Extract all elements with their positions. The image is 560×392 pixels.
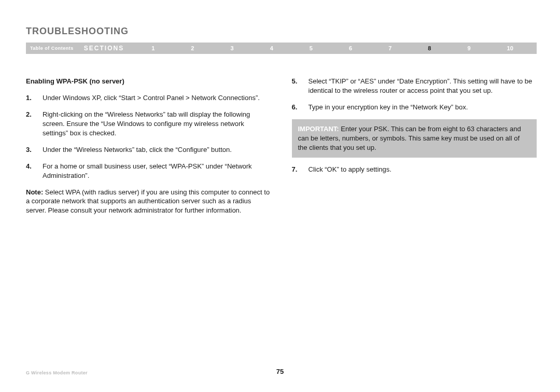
step-number: 4. [26,162,43,180]
nav-section-7[interactable]: 7 [388,45,391,51]
step-number: 2. [26,110,43,138]
note-block: Note: Select WPA (with radius server) if… [26,188,271,216]
content-area: Enabling WPA-PSK (no server) 1. Under Wi… [26,77,537,222]
step-4: 4. For a home or small business user, se… [26,162,271,180]
step-number: 1. [26,93,43,103]
nav-section-5[interactable]: 5 [310,45,313,51]
step-number: 5. [292,77,309,95]
important-callout: IMPORTANT: Enter your PSK. This can be f… [292,119,537,158]
nav-section-numbers: 1 2 3 4 5 6 7 8 9 10 [128,45,537,51]
page-title: TROUBLESHOOTING [26,26,129,37]
step-number: 3. [26,145,43,155]
step-1: 1. Under Windows XP, click “Start > Cont… [26,93,271,103]
nav-sections-label: SECTIONS [84,45,128,52]
nav-toc-link[interactable]: Table of Contents [26,46,84,51]
nav-section-8[interactable]: 8 [428,45,431,51]
step-text: Right-clicking on the “Wireless Networks… [43,110,271,138]
step-text: For a home or small business user, selec… [43,162,271,180]
left-column: Enabling WPA-PSK (no server) 1. Under Wi… [26,77,271,222]
step-text: Type in your encryption key in the “Netw… [309,103,537,112]
step-text: Click “OK” to apply settings. [309,165,537,174]
nav-section-3[interactable]: 3 [231,45,234,51]
step-text: Under Windows XP, click “Start > Control… [43,93,271,103]
note-text: Select WPA (with radius server) if you a… [26,188,270,215]
subheading: Enabling WPA-PSK (no server) [26,77,271,86]
section-nav: Table of Contents SECTIONS 1 2 3 4 5 6 7… [26,43,537,54]
note-label: Note: [26,188,43,196]
step-6: 6. Type in your encryption key in the “N… [292,103,537,112]
important-label: IMPORTANT: [298,125,339,133]
step-2: 2. Right-clicking on the “Wireless Netwo… [26,110,271,138]
step-text: Under the “Wireless Networks” tab, click… [43,145,271,155]
nav-section-10[interactable]: 10 [507,45,513,51]
step-number: 7. [292,165,309,174]
step-3: 3. Under the “Wireless Networks” tab, cl… [26,145,271,155]
step-number: 6. [292,103,309,112]
right-column: 5. Select “TKIP” or “AES” under “Date En… [292,77,537,222]
step-7: 7. Click “OK” to apply settings. [292,165,537,174]
nav-section-9[interactable]: 9 [467,45,470,51]
nav-section-1[interactable]: 1 [151,45,155,51]
nav-section-2[interactable]: 2 [191,45,194,51]
step-text: Select “TKIP” or “AES” under “Date Encry… [309,77,537,95]
nav-section-4[interactable]: 4 [270,45,273,51]
nav-section-6[interactable]: 6 [349,45,352,51]
footer-page-number: 75 [0,368,560,375]
step-5: 5. Select “TKIP” or “AES” under “Date En… [292,77,537,95]
